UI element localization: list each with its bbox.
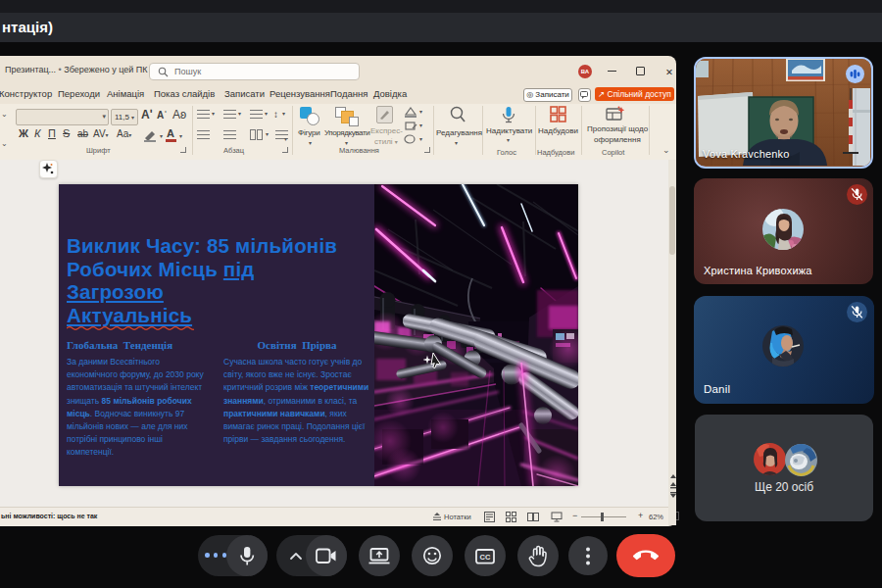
svg-text:CC: CC [480, 553, 491, 562]
